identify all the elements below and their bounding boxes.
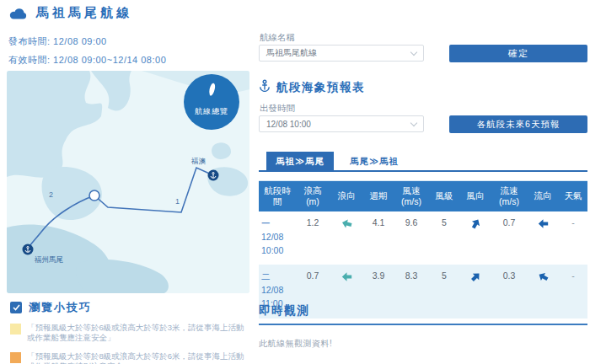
- current-direction-arrow-icon: [538, 218, 549, 229]
- col-header: 風級: [429, 187, 459, 205]
- segment-2-label: 2: [49, 190, 53, 199]
- route-overview-badge-label: 航線總覽: [195, 107, 228, 115]
- route-map-canvas: 1 2 福澳 福州馬尾: [7, 71, 249, 293]
- forecast-table: 航段時 間 浪高 (m) 浪向 週期 風速 (m/s) 風級 風向 流速 (m/…: [259, 180, 587, 318]
- tab-mawei-to-matsu[interactable]: 馬尾≫馬祖: [341, 152, 408, 172]
- tips-heading: 瀏覽小技巧: [29, 300, 92, 315]
- yellow-warning-swatch: [10, 324, 21, 335]
- destination-label: 福州馬尾: [34, 255, 64, 264]
- observation-empty-message: 此航線無觀測資料!: [259, 338, 332, 350]
- col-header: 風向: [459, 187, 491, 205]
- col-header: 流向: [527, 187, 559, 205]
- departure-time-select-value: 12/08 10:00: [266, 120, 411, 129]
- wind-direction-cell: [459, 270, 491, 284]
- col-header: 風速 (m/s): [394, 182, 429, 211]
- wind-scale-cell: 5: [429, 217, 459, 228]
- route-name-label: 航線名稱: [260, 32, 295, 44]
- destination-anchor-marker: [23, 244, 34, 255]
- direction-tabs: 馬祖≫馬尾 馬尾≫馬祖: [259, 152, 587, 172]
- six-day-forecast-button[interactable]: 各航段未來6天預報: [449, 115, 587, 133]
- chevron-down-icon: [410, 119, 417, 126]
- tip-text: 「預報風級大於等於8級或浪高大於等於6米，請從事海上活動或作業船隻應特別注意安全…: [27, 351, 244, 364]
- wave-direction-cell: [330, 270, 363, 284]
- origin-label: 福澳: [190, 157, 206, 165]
- forecast-section-heading: 航段海象預報表: [276, 80, 365, 95]
- current-speed-cell: 0.7: [491, 217, 527, 228]
- segment-time-cell: 一 12/08 10:00: [259, 217, 296, 257]
- col-header: 週期: [363, 187, 394, 205]
- period-cell: 3.9: [363, 270, 394, 281]
- observation-divider: [259, 324, 587, 325]
- wind-speed-cell: 9.6: [394, 217, 429, 228]
- origin-anchor-marker: [208, 170, 219, 181]
- route-overview-badge[interactable]: 航線總覽: [184, 74, 239, 130]
- period-cell: 4.1: [363, 217, 394, 228]
- publish-time: 發布時間: 12/08 09:00: [8, 35, 107, 48]
- tip-item-caution: 「預報風級大於等於6級或浪高大於等於3米，請從事海上活動或作業船隻應注意安全」: [10, 323, 251, 344]
- route-map: 1 2 福澳 福州馬尾: [7, 71, 249, 293]
- wind-scale-cell: 5: [429, 270, 459, 281]
- col-header: 天氣: [559, 187, 587, 205]
- wave-height-cell: 0.7: [296, 270, 330, 281]
- wind-direction-cell: [459, 217, 491, 231]
- confirm-button[interactable]: 確定: [449, 45, 587, 62]
- current-direction-cell: [527, 270, 559, 284]
- tips-section: 瀏覽小技巧 「預報風級大於等於6級或浪高大於等於3米，請從事海上活動或作業船隻應…: [10, 300, 251, 364]
- forecast-section-heading-row: 航段海象預報表: [259, 79, 365, 95]
- tips-heading-row: 瀏覽小技巧: [10, 300, 251, 315]
- wave-height-cell: 1.2: [296, 217, 330, 228]
- page: 馬祖馬尾航線 發布時間: 12/08 09:00 有效時間: 12/08 09:…: [0, 0, 590, 364]
- wave-direction-arrow-icon: [340, 217, 353, 231]
- wind-speed-cell: 8.3: [394, 270, 429, 281]
- tip-text: 「預報風級大於等於6級或浪高大於等於3米，請從事海上活動或作業船隻應注意安全」: [27, 323, 244, 344]
- current-speed-cell: 0.3: [491, 270, 527, 281]
- waypoint-marker: [89, 190, 99, 201]
- departure-time-select[interactable]: 12/08 10:00: [259, 115, 424, 132]
- col-header: 浪高 (m): [296, 182, 330, 211]
- wave-direction-arrow-icon: [341, 271, 352, 282]
- valid-time: 有效時間: 12/08 09:00~12/14 08:00: [8, 54, 166, 67]
- orange-warning-swatch: [10, 352, 21, 363]
- current-direction-arrow-icon: [535, 270, 550, 285]
- observation-heading-row: 即時觀測: [259, 303, 309, 318]
- departure-time-label: 出發時間: [260, 103, 295, 115]
- cloud-icon: [8, 6, 29, 20]
- chevron-down-icon: [410, 48, 417, 55]
- weather-cell: -: [559, 270, 587, 281]
- observation-heading: 即時觀測: [259, 303, 309, 318]
- forecast-table-header: 航段時 間 浪高 (m) 浪向 週期 風速 (m/s) 風級 風向 流速 (m/…: [259, 181, 587, 211]
- anchor-icon: [259, 79, 271, 95]
- weather-cell: -: [559, 217, 587, 228]
- segment-1-label: 1: [175, 197, 180, 206]
- table-row: 一 12/08 10:00 1.2 4.1 9.6 5 0.7: [259, 211, 587, 265]
- page-title: 馬祖馬尾航線: [36, 5, 132, 21]
- col-header: 航段時 間: [259, 182, 296, 211]
- wave-direction-cell: [330, 217, 363, 231]
- tip-item-danger: 「預報風級大於等於8級或浪高大於等於6米，請從事海上活動或作業船隻應特別注意安全…: [10, 351, 251, 364]
- route-name-select[interactable]: 馬祖馬尾航線: [259, 45, 424, 62]
- col-header: 浪向: [330, 187, 363, 205]
- wind-direction-arrow-icon: [468, 270, 483, 285]
- tab-matsu-to-mawei[interactable]: 馬祖≫馬尾: [266, 152, 334, 172]
- col-header: 流速 (m/s): [491, 182, 527, 211]
- wind-direction-arrow-icon: [468, 217, 483, 232]
- page-header: 馬祖馬尾航線: [8, 5, 132, 21]
- current-direction-cell: [527, 217, 559, 231]
- checked-checkbox-icon: [10, 302, 22, 313]
- route-name-select-value: 馬祖馬尾航線: [266, 47, 411, 59]
